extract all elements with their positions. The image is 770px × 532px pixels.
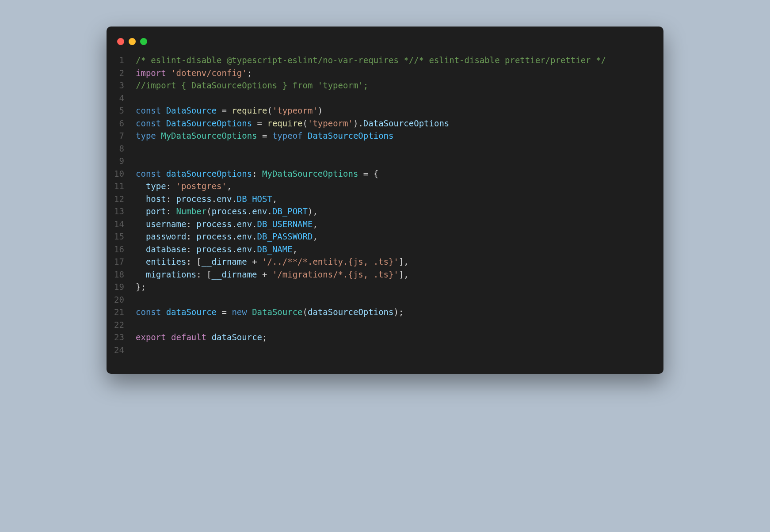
code-token [136, 244, 146, 254]
code-token: DB_USERNAME [257, 219, 313, 229]
code-token [156, 131, 161, 141]
line-content: entities: [__dirname + '/../**/*.entity.… [133, 255, 409, 268]
code-token: = [252, 118, 267, 128]
code-token: env [237, 219, 252, 229]
maximize-icon[interactable] [140, 38, 147, 45]
line-number: 12 [107, 193, 133, 205]
code-token: Number [176, 206, 207, 216]
code-token: process [196, 244, 232, 254]
code-line: 6const DataSourceOptions = require('type… [107, 117, 663, 130]
code-token: const [136, 169, 161, 179]
code-token: ) [318, 106, 323, 115]
code-token: env [217, 194, 232, 204]
code-token: . [252, 219, 257, 229]
code-token: const [136, 307, 161, 317]
code-token: , [227, 181, 232, 191]
code-token: env [237, 244, 252, 254]
line-number: 11 [107, 180, 133, 193]
code-token: . [232, 232, 236, 241]
line-content: password: process.env.DB_PASSWORD, [133, 230, 318, 243]
line-content [133, 142, 141, 155]
line-content: type: 'postgres', [133, 180, 232, 193]
code-token: . [232, 194, 236, 204]
line-content [133, 155, 141, 167]
code-token: : [186, 219, 196, 229]
line-number: 16 [107, 243, 133, 256]
code-token: username [146, 219, 187, 229]
line-number: 10 [107, 167, 133, 180]
code-token: + [257, 270, 272, 279]
code-line: 22 [107, 319, 663, 331]
code-token: const [136, 118, 161, 128]
line-number: 23 [107, 331, 133, 344]
code-token: __dirname [202, 257, 247, 266]
code-token: dataSourceOptions [308, 307, 393, 317]
line-number: 9 [107, 155, 133, 167]
line-content: migrations: [__dirname + '/migrations/*.… [133, 268, 409, 281]
code-token: 'dotenv/config' [171, 68, 247, 78]
line-number: 8 [107, 142, 133, 155]
line-number: 22 [107, 319, 133, 331]
minimize-icon[interactable] [129, 38, 136, 45]
code-token: , [293, 244, 297, 254]
code-token: host [146, 194, 166, 204]
line-content: /* eslint-disable @typescript-eslint/no-… [133, 54, 606, 67]
line-number: 6 [107, 117, 133, 130]
code-token: const [136, 106, 161, 115]
code-token [161, 169, 166, 179]
code-token: database [146, 244, 187, 254]
code-token: : [186, 232, 196, 241]
line-content: const dataSource = new DataSource(dataSo… [133, 306, 404, 319]
code-token: = [257, 131, 272, 141]
code-line: 10const dataSourceOptions: MyDataSourceO… [107, 167, 663, 180]
code-token: MyDataSourceOptions [262, 169, 358, 179]
code-token [136, 194, 146, 204]
code-token: export [136, 332, 166, 342]
code-line: 16 database: process.env.DB_NAME, [107, 243, 663, 256]
code-line: 18 migrations: [__dirname + '/migrations… [107, 268, 663, 281]
close-icon[interactable] [117, 38, 124, 45]
code-token: import [136, 68, 166, 78]
code-token [161, 307, 166, 317]
window-titlebar [107, 36, 663, 54]
code-token: . [267, 206, 272, 216]
code-token [136, 206, 146, 216]
code-token: = [217, 307, 232, 317]
code-token: type [136, 131, 156, 141]
code-token: process [196, 219, 232, 229]
code-line: 8 [107, 142, 663, 155]
code-token: dataSource [212, 332, 262, 342]
code-token: dataSource [166, 307, 217, 317]
line-number: 5 [107, 104, 133, 117]
code-token: DB_HOST [237, 194, 272, 204]
line-number: 18 [107, 268, 133, 281]
code-line: 24 [107, 344, 663, 357]
line-number: 21 [107, 306, 133, 319]
line-content [133, 293, 141, 306]
code-token [136, 219, 146, 229]
code-token: process [196, 232, 232, 241]
code-token: env [252, 206, 267, 216]
line-content: const DataSourceOptions = require('typeo… [133, 117, 449, 130]
code-token: , [313, 232, 317, 241]
line-content: port: Number(process.env.DB_PORT), [133, 205, 318, 218]
line-number: 2 [107, 67, 133, 80]
code-token [136, 181, 146, 191]
code-token: , [272, 194, 277, 204]
code-token: : [186, 244, 196, 254]
code-token [303, 131, 308, 141]
line-content: import 'dotenv/config'; [133, 67, 252, 80]
code-token: ( [267, 106, 272, 115]
code-token: ), [308, 206, 318, 216]
code-line: 9 [107, 155, 663, 167]
code-token: ; [247, 68, 252, 78]
code-token: ( [303, 118, 308, 128]
code-token: dataSourceOptions [166, 169, 252, 179]
code-line: 17 entities: [__dirname + '/../**/*.enti… [107, 255, 663, 268]
line-number: 19 [107, 281, 133, 293]
code-token: typeof [272, 131, 303, 141]
line-content: const dataSourceOptions: MyDataSourceOpt… [133, 167, 378, 180]
code-token: ], [399, 270, 409, 279]
line-number: 1 [107, 54, 133, 67]
code-line: 20 [107, 293, 663, 306]
